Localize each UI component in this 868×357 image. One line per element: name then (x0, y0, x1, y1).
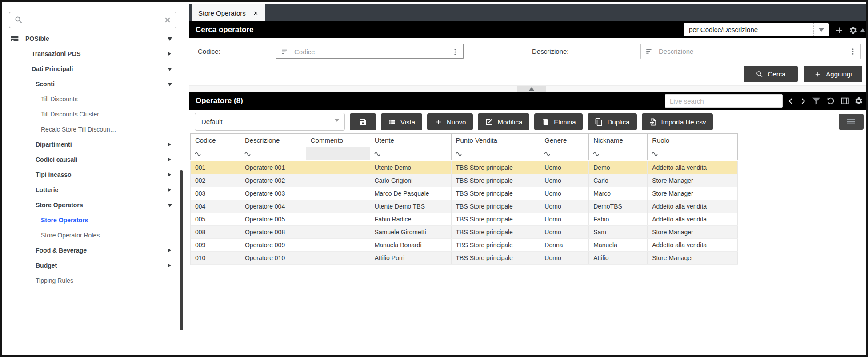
sidebar-search-box[interactable] (9, 12, 176, 28)
elimina-button[interactable]: Elimina (534, 113, 583, 130)
chevron-right-icon[interactable] (168, 263, 171, 268)
sidebar-item-till-discounts[interactable]: Till Discounts (2, 92, 185, 107)
kebab-menu-icon[interactable] (451, 48, 459, 56)
column-header-punto-vendita[interactable]: Punto Vendita (452, 134, 540, 147)
vista-button[interactable]: Vista (381, 113, 422, 130)
table-header-row: CodiceDescrizioneCommentoUtentePunto Ven… (190, 133, 738, 147)
sidebar-item-till-discounts-cluster[interactable]: Till Discounts Cluster (2, 107, 185, 122)
chevron-right-icon[interactable] (168, 248, 171, 253)
sidebar-item-food-beverage[interactable]: Food & Beverage (2, 243, 185, 258)
search-settings-gear-icon[interactable] (849, 26, 858, 35)
previous-icon[interactable] (787, 97, 795, 105)
chevron-down-icon[interactable] (168, 68, 172, 71)
duplica-button[interactable]: Duplica (588, 113, 636, 130)
table-row[interactable]: 008Operatore 008Samuele GiromettiTBS Sto… (191, 226, 738, 239)
tab-store-operators[interactable]: Store Operators (192, 4, 265, 21)
table-cell-ruolo: Store Manager (648, 187, 738, 200)
table-cell-codice: 008 (191, 226, 240, 238)
chevron-right-icon[interactable] (168, 142, 171, 147)
codice-input[interactable] (293, 45, 425, 58)
sidebar-item-codici-causali[interactable]: Codici causali (2, 152, 185, 167)
sidebar-item-store-operator-roles[interactable]: Store Operator Roles (2, 228, 185, 243)
table-cell-punto-vendita: TBS Store principale (452, 226, 540, 238)
sidebar-item-store-operators[interactable]: Store Operators (2, 213, 185, 228)
table-row[interactable]: 010Operatore 010Attilio PorriTBS Store p… (191, 252, 738, 265)
filter-cell-punto-vendita[interactable] (452, 147, 540, 160)
sidebar-scrollbar[interactable] (180, 170, 183, 330)
table-row[interactable]: 004Operatore 004Utente Demo TBSTBS Store… (191, 200, 738, 213)
chevron-right-icon[interactable] (168, 157, 171, 162)
filter-cell-utente[interactable] (370, 147, 452, 160)
sidebar-item-store-operators[interactable]: Store Operators (2, 197, 185, 213)
grid-settings-icon[interactable] (854, 96, 863, 105)
reset-icon[interactable] (826, 96, 836, 106)
aggiungi-button[interactable]: Aggiungi (804, 66, 862, 82)
sidebar-item-recalc-store-till-discoun[interactable]: Recalc Store Till Discoun… (2, 122, 185, 137)
collapse-panel-up-icon[interactable] (860, 28, 865, 32)
search-mode-dropdown[interactable]: per Codice/Descrizione (684, 23, 829, 36)
table-cell-nickname: Sam (589, 226, 648, 238)
column-header-commento[interactable]: Commento (306, 134, 370, 147)
filter-cell-genere[interactable] (540, 147, 589, 160)
filter-cell-descrizione[interactable] (240, 147, 306, 160)
add-search-icon[interactable] (834, 25, 844, 35)
sidebar-item-lotterie[interactable]: Lotterie (2, 182, 185, 197)
collapse-handle[interactable] (517, 86, 546, 92)
sidebar-item-posible[interactable]: POSible (2, 31, 185, 46)
next-icon[interactable] (799, 97, 807, 105)
tab-close-icon[interactable] (253, 10, 259, 16)
sidebar-item-transazioni-pos[interactable]: Transazioni POS (2, 46, 185, 61)
sidebar-item-label: Budget (36, 262, 57, 269)
table-row[interactable]: 003Operatore 003Marco De PasqualeTBS Sto… (191, 187, 738, 200)
column-header-genere[interactable]: Genere (540, 134, 589, 147)
sidebar-item-dati-principali[interactable]: Dati Principali (2, 61, 185, 76)
filter-icon[interactable] (811, 96, 821, 106)
columns-icon[interactable] (840, 96, 850, 106)
kebab-menu-icon[interactable] (849, 47, 857, 56)
copy-icon (595, 118, 603, 126)
descrizione-field[interactable] (640, 44, 861, 59)
codice-field[interactable] (276, 44, 464, 59)
menu-button[interactable] (839, 114, 864, 130)
table-row[interactable]: 009Operatore 009Manuela BonardiTBS Store… (191, 239, 738, 252)
sidebar-item-budget[interactable]: Budget (2, 258, 185, 273)
nuovo-button[interactable]: Nuovo (427, 113, 473, 130)
column-header-nickname[interactable]: Nickname (589, 134, 648, 147)
filter-cell-ruolo[interactable] (648, 147, 738, 160)
sidebar-item-tipi-incasso[interactable]: Tipi incasso (2, 167, 185, 182)
cerca-button[interactable]: Cerca (744, 66, 798, 82)
column-header-descrizione[interactable]: Descrizione (240, 134, 306, 147)
filter-cell-nickname[interactable] (589, 147, 648, 160)
table-row[interactable]: 005Operatore 005Fabio RadiceTBS Store pr… (191, 213, 738, 226)
table-cell-descrizione: Operatore 004 (240, 200, 306, 213)
button-label: Nuovo (447, 118, 466, 126)
descrizione-input[interactable] (658, 45, 813, 58)
modifica-button[interactable]: Modifica (478, 113, 529, 130)
table-cell-codice: 009 (191, 239, 240, 251)
filter-cell-commento[interactable] (306, 147, 370, 160)
clear-search-icon[interactable] (164, 16, 172, 24)
chevron-right-icon[interactable] (168, 188, 171, 192)
chevron-right-icon[interactable] (168, 52, 171, 56)
column-header-codice[interactable]: Codice (191, 134, 240, 147)
save-view-button[interactable] (350, 113, 376, 130)
column-header-ruolo[interactable]: Ruolo (648, 134, 738, 147)
chevron-down-icon[interactable] (813, 23, 829, 36)
table-cell-nickname: Manuela (589, 239, 648, 251)
importa-file-csv-button[interactable]: Importa file csv (642, 113, 713, 130)
sidebar-item-dipartimenti[interactable]: Dipartimenti (2, 137, 185, 152)
filter-cell-codice[interactable] (191, 147, 240, 160)
column-header-utente[interactable]: Utente (370, 134, 452, 147)
table-row[interactable]: 001Operatore 001Utente DemoTBS Store pri… (191, 161, 738, 174)
views-dropdown[interactable]: Default (195, 113, 345, 131)
sidebar-search-input[interactable] (29, 13, 155, 27)
sidebar-item-tipping-rules[interactable]: Tipping Rules (2, 273, 185, 288)
live-search-input[interactable] (665, 94, 783, 108)
table-cell-commento (306, 226, 370, 238)
chevron-down-icon[interactable] (168, 204, 172, 207)
chevron-down-icon[interactable] (168, 37, 172, 41)
sidebar-item-sconti[interactable]: Sconti (2, 76, 185, 92)
chevron-right-icon[interactable] (168, 172, 171, 177)
chevron-down-icon[interactable] (168, 83, 172, 86)
table-row[interactable]: 002Operatore 002Carlo GrigioniTBS Store … (191, 174, 738, 187)
